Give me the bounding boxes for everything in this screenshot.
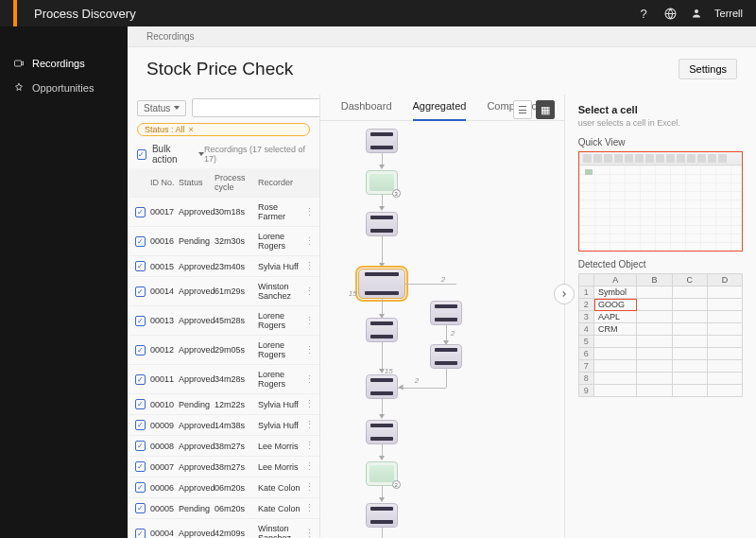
process-node-selected[interactable] — [358, 269, 405, 299]
bulk-action-dropdown[interactable]: ✓ Bulk action — [137, 144, 204, 165]
cell-cycle: 06m20s — [215, 483, 258, 493]
row-checkbox[interactable]: ✓ — [135, 236, 146, 247]
row-checkbox[interactable]: ✓ — [135, 461, 146, 472]
row-checkbox[interactable]: ✓ — [135, 441, 146, 451]
row-checkbox[interactable]: ✓ — [135, 399, 146, 409]
help-icon[interactable]: ? — [633, 3, 654, 24]
table-row[interactable]: ✓00012Approved29m05sLorene Rogers⋮ — [128, 336, 319, 365]
row-menu-icon[interactable]: ⋮ — [304, 420, 312, 430]
filter-input[interactable] — [192, 98, 319, 117]
process-node[interactable] — [430, 344, 462, 369]
status-filter-chip[interactable]: Status : All × — [137, 123, 310, 136]
table-row[interactable]: ✓00016Pending32m30sLorene Rogers⋮ — [128, 227, 319, 256]
process-diagram[interactable]: 3 15 2 2 15 — [320, 121, 564, 538]
table-row[interactable]: ✓00004Approved42m09sWinston Sanchez⋮ — [128, 519, 319, 538]
sheet-cell: AAPL — [594, 311, 637, 323]
process-node[interactable]: 2 — [366, 461, 398, 486]
row-menu-icon[interactable]: ⋮ — [304, 461, 312, 472]
row-menu-icon[interactable]: ⋮ — [304, 482, 312, 493]
row-checkbox[interactable]: ✓ — [135, 345, 146, 356]
table-row[interactable]: ✓00005Pending06m20sKate Colon⋮ — [128, 498, 319, 519]
cell-id: 00013 — [150, 316, 179, 325]
quickview-screenshot[interactable] — [578, 151, 743, 252]
chip-close-icon[interactable]: × — [189, 125, 194, 134]
process-node[interactable] — [430, 301, 462, 325]
table-row[interactable]: ✓00007Approved38m27sLee Morris⋮ — [128, 457, 319, 477]
cell-recorder: Lorene Rogers — [258, 311, 304, 330]
table-row[interactable]: ✓00011Approved34m28sLorene Rogers⋮ — [128, 365, 319, 394]
table-row[interactable]: ✓00013Approved45m28sLorene Rogers⋮ — [128, 306, 319, 336]
cell-status: Approved — [179, 345, 215, 355]
sheet-cell — [707, 299, 742, 311]
main: Recordings Stock Price Check Settings St… — [128, 26, 756, 538]
col-recorder: Recorder — [258, 178, 304, 187]
step-subtitle: user selects a cell in Excel. — [578, 118, 743, 128]
table-row[interactable]: ✓00017Approved30m18sRose Farmer⋮ — [128, 198, 319, 227]
table-row[interactable]: ✓00014Approved61m29sWinston Sanchez⋮ — [128, 277, 319, 306]
row-menu-icon[interactable]: ⋮ — [304, 236, 312, 247]
table-row[interactable]: ✓00006Approved06m20sKate Colon⋮ — [128, 477, 319, 498]
cell-id: 00008 — [150, 442, 179, 451]
table-row[interactable]: ✓00009Approved14m38sSylvia Huff⋮ — [128, 415, 319, 436]
process-node[interactable] — [366, 503, 398, 528]
row-menu-icon[interactable]: ⋮ — [304, 441, 312, 451]
view-mode-b-button[interactable]: ▦ — [536, 100, 555, 119]
cell-id: 00009 — [150, 421, 179, 430]
tab-aggregated[interactable]: Aggregated — [413, 95, 467, 121]
row-menu-icon[interactable]: ⋮ — [304, 529, 312, 539]
globe-icon[interactable] — [660, 3, 680, 24]
cell-cycle: 06m20s — [215, 504, 258, 513]
row-checkbox[interactable]: ✓ — [135, 286, 146, 297]
view-mode-a-button[interactable]: ☰ — [513, 100, 532, 119]
sheet-cell — [672, 286, 707, 299]
row-checkbox[interactable]: ✓ — [135, 316, 146, 326]
user-icon[interactable] — [686, 3, 707, 24]
row-menu-icon[interactable]: ⋮ — [304, 503, 312, 513]
node-badge: 2 — [392, 480, 401, 489]
process-node[interactable] — [366, 420, 398, 444]
settings-button[interactable]: Settings — [679, 59, 737, 79]
row-menu-icon[interactable]: ⋮ — [304, 207, 312, 217]
cell-recorder: Sylvia Huff — [258, 421, 304, 430]
row-menu-icon[interactable]: ⋮ — [304, 345, 312, 356]
row-checkbox[interactable]: ✓ — [135, 261, 146, 271]
status-filter-dropdown[interactable]: Status — [137, 100, 186, 116]
col-id: ID No. — [150, 178, 179, 187]
row-checkbox[interactable]: ✓ — [135, 529, 146, 539]
tab-dashboard[interactable]: Dashboard — [341, 95, 392, 120]
sheet-cell — [672, 323, 707, 336]
table-row[interactable]: ✓00015Approved23m40sSylvia Huff⋮ — [128, 256, 319, 277]
user-name[interactable]: Terrell — [714, 8, 743, 19]
sheet-cell — [672, 373, 707, 385]
row-checkbox[interactable]: ✓ — [135, 207, 146, 217]
sidebar-item-recordings[interactable]: Recordings — [0, 51, 128, 76]
sheet-cell — [672, 385, 707, 397]
sheet-col-header — [578, 274, 593, 286]
table-row[interactable]: ✓00010Pending12m22sSylvia Huff⋮ — [128, 394, 319, 415]
step-title: Select a cell — [578, 104, 743, 115]
process-node[interactable] — [366, 374, 398, 399]
process-node[interactable]: 3 — [366, 170, 398, 195]
row-checkbox[interactable]: ✓ — [135, 482, 146, 493]
row-checkbox[interactable]: ✓ — [135, 503, 146, 513]
row-menu-icon[interactable]: ⋮ — [304, 286, 312, 297]
row-checkbox[interactable]: ✓ — [135, 374, 146, 385]
row-checkbox[interactable]: ✓ — [135, 420, 146, 430]
row-menu-icon[interactable]: ⋮ — [304, 261, 312, 271]
process-node[interactable] — [366, 129, 398, 153]
process-node[interactable] — [366, 318, 398, 342]
row-menu-icon[interactable]: ⋮ — [304, 399, 312, 409]
cell-id: 00014 — [150, 286, 179, 296]
cell-id: 00006 — [150, 483, 179, 493]
table-row[interactable]: ✓00008Approved38m27sLee Morris⋮ — [128, 436, 319, 457]
breadcrumb[interactable]: Recordings — [128, 26, 756, 47]
col-cycle: Process cycle — [215, 173, 258, 192]
cell-status: Approved — [179, 374, 215, 384]
sheet-cell — [637, 336, 672, 348]
select-all-checkbox[interactable]: ✓ — [137, 149, 146, 160]
panel-expand-button[interactable] — [554, 284, 575, 304]
process-node[interactable] — [366, 212, 398, 236]
row-menu-icon[interactable]: ⋮ — [304, 316, 312, 326]
row-menu-icon[interactable]: ⋮ — [304, 374, 312, 385]
sidebar-item-opportunities[interactable]: Opportunities — [0, 76, 128, 100]
